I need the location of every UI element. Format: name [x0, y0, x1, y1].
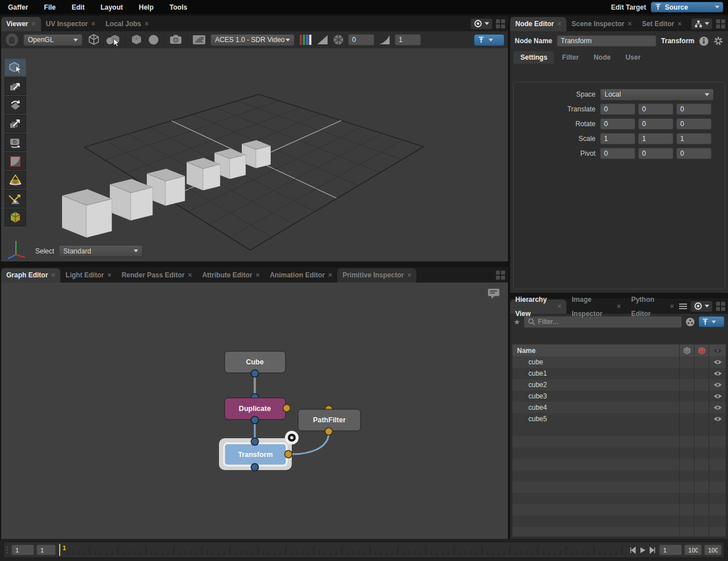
current-frame-input[interactable]	[36, 545, 56, 555]
tab-attribute-editor[interactable]: Attribute Editor×	[197, 268, 264, 282]
hierarchy-pin-button[interactable]	[698, 316, 725, 327]
viewport-3d[interactable]: Select Standard	[1, 48, 508, 261]
menu-file[interactable]: File	[36, 3, 64, 11]
hierarchy-row-cube2[interactable]: cube2	[512, 379, 726, 390]
close-icon[interactable]: ×	[670, 300, 674, 314]
close-icon[interactable]: ×	[144, 17, 148, 31]
frame-input[interactable]	[659, 545, 682, 555]
rotate-y-input[interactable]	[638, 118, 673, 130]
tab-image-inspector[interactable]: Image Inspector×	[566, 300, 626, 314]
skip-start-icon[interactable]	[628, 546, 636, 554]
close-icon[interactable]: ×	[255, 268, 259, 282]
close-icon[interactable]: ×	[328, 268, 332, 282]
info-icon[interactable]	[699, 36, 709, 46]
inclusions-column-icon[interactable]	[679, 344, 694, 356]
menu-help[interactable]: Help	[131, 3, 162, 11]
port-out[interactable]	[251, 464, 259, 471]
exclusions-cell[interactable]	[694, 390, 709, 402]
subtab-user[interactable]: User	[619, 51, 648, 64]
exclusions-column-icon[interactable]	[694, 344, 709, 356]
layout-menu-icon[interactable]	[496, 19, 505, 28]
gamma-icon[interactable]	[378, 34, 391, 45]
annotation-icon[interactable]	[486, 287, 501, 301]
channels-icon[interactable]	[299, 34, 312, 46]
node-duplicate[interactable]: Duplicate	[225, 394, 291, 424]
tab-uv-inspector[interactable]: UV Inspector×	[41, 17, 101, 31]
visibility-toggle[interactable]	[709, 356, 726, 368]
pivot-x-input[interactable]	[600, 148, 635, 159]
exclusions-cell[interactable]	[694, 402, 709, 413]
rotate-tool-button[interactable]	[5, 96, 26, 114]
close-icon[interactable]: ×	[557, 300, 561, 314]
visibility-column-icon[interactable]	[709, 344, 726, 356]
close-icon[interactable]: ×	[92, 17, 96, 31]
scale-tool-button[interactable]	[5, 115, 26, 132]
tab-render-pass-editor[interactable]: Render Pass Editor×	[117, 268, 197, 282]
hierarchy-row-cube[interactable]: cube	[512, 356, 726, 368]
tab-animation-editor[interactable]: Animation Editor×	[264, 268, 337, 282]
tab-local-jobs[interactable]: Local Jobs×	[101, 17, 154, 31]
visibility-toggle[interactable]	[709, 390, 726, 402]
pivot-y-input[interactable]	[638, 148, 673, 159]
pivot-z-input[interactable]	[676, 148, 712, 159]
camera-icon[interactable]	[168, 34, 183, 46]
subtab-node[interactable]: Node	[587, 51, 618, 64]
close-icon[interactable]: ×	[677, 17, 681, 31]
gamma-input[interactable]	[395, 34, 421, 45]
subtab-filter[interactable]: Filter	[555, 51, 585, 64]
close-icon[interactable]: ×	[407, 268, 411, 282]
tab-viewer[interactable]: Viewer×	[1, 17, 41, 31]
camera-drag-hand-icon[interactable]	[5, 32, 19, 47]
layout-menu-icon[interactable]	[496, 271, 505, 280]
close-icon[interactable]: ×	[31, 17, 35, 31]
visibility-toggle[interactable]	[709, 402, 726, 413]
visibility-toggle[interactable]	[709, 379, 726, 390]
tab-scene-inspector[interactable]: Scene Inspector×	[566, 17, 637, 31]
exclusions-cell[interactable]	[694, 356, 709, 368]
exposure-icon[interactable]	[316, 34, 329, 45]
translate-tool-button[interactable]	[5, 77, 26, 95]
node-transform[interactable]: Transform	[219, 431, 299, 471]
close-icon[interactable]: ×	[51, 268, 55, 282]
hierarchy-row-cube5[interactable]: cube5	[512, 413, 726, 425]
range-end-input[interactable]	[684, 545, 702, 555]
hierarchy-row-cube1[interactable]: cube1	[512, 368, 726, 379]
sphere-icon[interactable]	[147, 34, 160, 46]
light-tool-button[interactable]	[5, 171, 26, 189]
close-icon[interactable]: ×	[107, 268, 111, 282]
display-transform-dropdown[interactable]: ACES 1.0 - SDR Video	[210, 34, 295, 46]
node-cube[interactable]: Cube	[225, 351, 286, 377]
tab-light-editor[interactable]: Light Editor×	[60, 268, 116, 282]
menu-tools[interactable]: Tools	[162, 3, 195, 11]
inclusions-cell[interactable]	[679, 390, 694, 402]
visibility-toggle[interactable]	[709, 368, 726, 379]
tab-primitive-inspector[interactable]: Primitive Inspector×	[337, 268, 416, 282]
frame-ruler[interactable]: 1	[58, 542, 626, 558]
rotate-x-input[interactable]	[600, 118, 635, 130]
playhead[interactable]	[59, 544, 60, 556]
aperture-icon[interactable]	[333, 34, 344, 45]
exclusions-cell[interactable]	[694, 413, 709, 425]
node-graph-canvas[interactable]: Cube Duplicate PathFilter	[1, 282, 508, 539]
inclusions-cell[interactable]	[679, 402, 694, 413]
port-filter[interactable]	[283, 405, 291, 412]
inclusions-cell[interactable]	[679, 368, 694, 379]
space-dropdown[interactable]: Local	[600, 89, 714, 101]
inclusions-cell[interactable]	[679, 413, 694, 425]
scale-z-input[interactable]	[676, 133, 712, 144]
film-gate-icon[interactable]	[192, 34, 206, 45]
filter-settings-icon[interactable]	[685, 317, 695, 327]
scale-y-input[interactable]	[638, 133, 673, 144]
hierarchy-row-cube3[interactable]: cube3	[512, 390, 726, 402]
layout-menu-icon[interactable]	[716, 302, 725, 311]
list-icon[interactable]	[679, 303, 687, 310]
close-icon[interactable]: ×	[617, 300, 621, 314]
port-in[interactable]	[251, 438, 259, 446]
range-start-input[interactable]	[11, 545, 34, 555]
visibility-toggle[interactable]	[709, 413, 726, 425]
end-frame-input[interactable]	[704, 545, 722, 555]
menu-gaffer[interactable]: Gaffer	[0, 3, 36, 11]
edit-scope-tool-button[interactable]	[5, 209, 26, 226]
renderer-dropdown[interactable]: OpenGL	[23, 34, 82, 46]
menu-layout[interactable]: Layout	[93, 3, 131, 11]
